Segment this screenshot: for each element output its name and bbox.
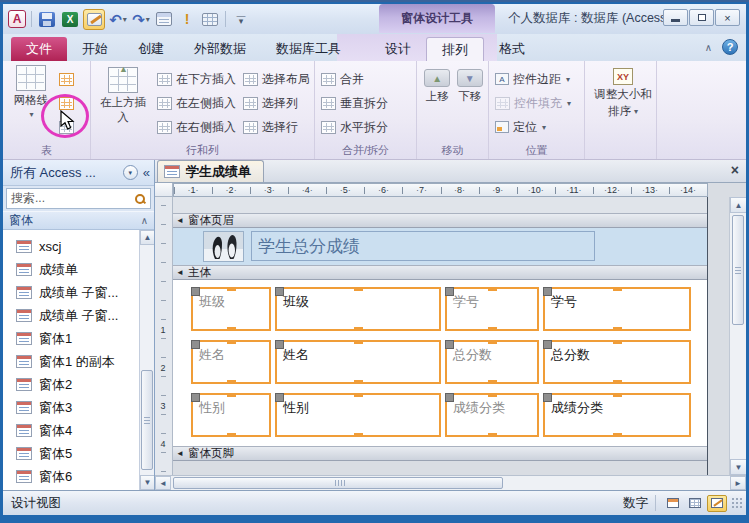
tab-arrange[interactable]: 排列 [426,37,484,61]
penguins-image[interactable] [203,231,244,262]
export-excel-button[interactable]: X [60,9,80,29]
nav-item-form[interactable]: 成绩单 [3,258,154,281]
nav-pane-header[interactable]: 所有 Access ... ▾ « [3,160,154,186]
label-control[interactable]: 成绩分类 [445,393,539,437]
nav-item-form[interactable]: 窗体1 [3,327,154,350]
selection-handle[interactable] [275,287,284,296]
minimize-button[interactable] [663,9,688,26]
tab-home[interactable]: 开始 [67,37,123,61]
form-footer-section-bar[interactable]: ◄ 窗体页脚 [173,446,707,461]
nav-scrollbar[interactable]: ▲ ▼ [139,230,154,490]
nav-item-form[interactable]: 窗体2 [3,373,154,396]
detail-section-bar[interactable]: ◄ 主体 [173,265,707,280]
scroll-up-icon[interactable]: ▲ [140,230,154,245]
form-view-button[interactable] [663,495,683,512]
document-tab[interactable]: 学生成绩单 [157,160,264,182]
scroll-left-icon[interactable]: ◄ [155,476,171,490]
restore-button[interactable] [689,9,714,26]
scrollbar-thumb[interactable] [173,477,503,489]
nav-item-form[interactable]: 窗体1 的副本 [3,350,154,373]
document-close-icon[interactable]: × [731,163,739,177]
insert-below-button[interactable]: 在下方插入 [157,67,235,91]
label-control[interactable]: 班级 [191,287,271,331]
textbox-control[interactable]: 学号 [543,287,691,331]
tab-create[interactable]: 创建 [123,37,179,61]
design-view-button[interactable] [83,9,105,30]
form-select-all-box[interactable] [155,183,173,197]
form-title-label[interactable]: 学生总分成绩 [251,231,595,261]
nav-item-form[interactable]: 成绩单 子窗... [3,281,154,304]
scrollbar-thumb[interactable] [141,370,153,470]
selection-handle[interactable] [445,287,454,296]
help-button[interactable]: ? [722,39,738,55]
scroll-down-icon[interactable]: ▼ [730,459,746,475]
selection-handle[interactable] [543,340,552,349]
selection-handle[interactable] [543,393,552,402]
nav-item-form[interactable]: 窗体4 [3,419,154,442]
selection-handle[interactable] [543,287,552,296]
selection-handle[interactable] [191,287,200,296]
scroll-right-icon[interactable]: ► [730,476,746,490]
vertical-scrollbar[interactable]: ▲ ▼ [729,197,746,475]
form-header-band[interactable]: 学生总分成绩 [173,228,707,265]
tab-design[interactable]: 设计 [370,37,426,61]
move-down-button[interactable]: ▼ 下移 [456,69,485,104]
label-control[interactable]: 学号 [445,287,539,331]
label-control[interactable]: 姓名 [191,340,271,384]
select-column-button[interactable]: 选择列 [243,91,310,115]
tab-file[interactable]: 文件 [11,37,67,61]
label-control[interactable]: 性别 [191,393,271,437]
undo-button[interactable]: ↶▾ [108,9,128,29]
textbox-control[interactable]: 性别 [275,393,441,437]
scroll-up-icon[interactable]: ▲ [730,197,746,213]
textbox-control[interactable]: 班级 [275,287,441,331]
selection-handle[interactable] [191,393,200,402]
shutter-bar-close-icon[interactable]: « [143,165,150,180]
anchoring-button[interactable]: 定位▾ [495,115,580,139]
customize-qat-button[interactable]: —▾ [231,9,251,29]
tab-format[interactable]: 格式 [484,37,540,61]
insert-right-button[interactable]: 在右侧插入 [157,115,235,139]
nav-item-form[interactable]: 窗体3 [3,396,154,419]
size-space-button[interactable]: XY 调整大小和 排序▾ [591,65,655,119]
split-vertical-button[interactable]: 垂直拆分 [321,91,412,115]
datasheet-button[interactable] [200,9,220,29]
access-app-icon[interactable]: A [8,10,26,28]
nav-item-form[interactable]: 窗体5 [3,442,154,465]
form-header-section-bar[interactable]: ◄ 窗体页眉 [173,213,707,228]
selection-handle[interactable] [445,393,454,402]
close-button[interactable]: × [715,9,740,26]
split-horizontal-button[interactable]: 水平拆分 [321,115,412,139]
detail-section[interactable]: 班级 班级 学号 学号 姓名 姓名 总分数 总分数 性别 性别 成绩分类 成绩分… [173,280,707,446]
selection-handle[interactable] [275,340,284,349]
error-checking-button[interactable]: ! [177,9,197,29]
move-up-button[interactable]: ▲ 上移 [423,69,452,104]
resize-grip[interactable] [731,497,743,509]
stacked-layout-button[interactable] [59,67,74,91]
datasheet-view-button[interactable] [685,495,705,512]
insert-above-button[interactable]: ▲ 在上方插入 [97,65,149,139]
nav-item-form[interactable]: 窗体6 [3,465,154,488]
design-view-button[interactable] [707,495,727,512]
nav-menu-icon[interactable]: ▾ [123,165,138,180]
scrollbar-thumb[interactable] [732,215,744,325]
horizontal-scrollbar[interactable]: ◄ ► [155,475,746,490]
redo-button[interactable]: ↷▾ [131,9,151,29]
nav-group-forms[interactable]: 窗体 ∧ [3,211,154,230]
selection-handle[interactable] [445,340,454,349]
minimize-ribbon-button[interactable]: ∧ [705,42,712,53]
textbox-control[interactable]: 成绩分类 [543,393,691,437]
select-layout-button[interactable]: 选择布局 [243,67,310,91]
search-input[interactable]: 搜索... [6,188,151,209]
nav-item-form[interactable]: 成绩单 子窗... [3,304,154,327]
insert-left-button[interactable]: 在左侧插入 [157,91,235,115]
form-window-button[interactable] [154,9,174,29]
selection-handle[interactable] [191,340,200,349]
merge-button[interactable]: 合并 [321,67,412,91]
control-margins-button[interactable]: A控件边距▾ [495,67,580,91]
select-row-button[interactable]: 选择行 [243,115,310,139]
tab-external-data[interactable]: 外部数据 [179,37,261,61]
save-button[interactable] [37,9,57,29]
nav-item-form[interactable]: xscj [3,235,154,258]
tab-database-tools[interactable]: 数据库工具 [261,37,356,61]
